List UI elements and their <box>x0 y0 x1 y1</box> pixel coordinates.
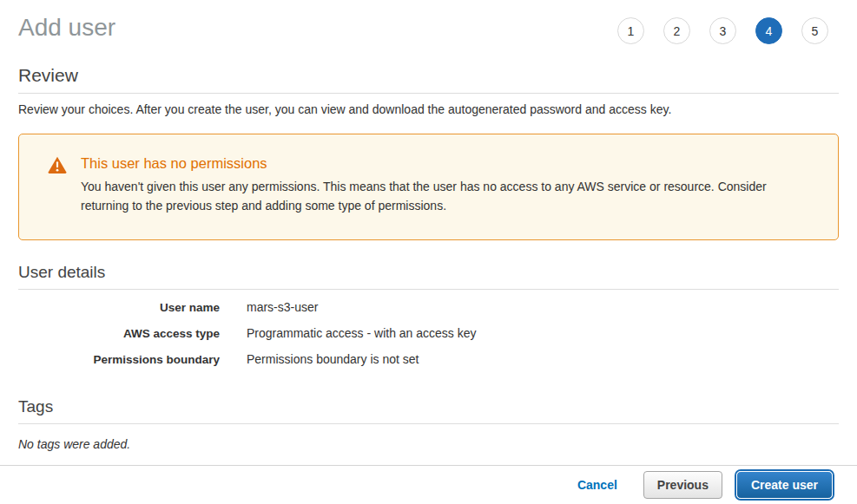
warning-body: You haven't given this user any permissi… <box>81 178 812 215</box>
user-details-section: User details User name mars-s3-user AWS … <box>0 263 857 378</box>
warning-text: This user has no permissions You haven't… <box>81 155 812 215</box>
step-4-label: 4 <box>766 24 773 38</box>
user-details-rows: User name mars-s3-user AWS access type P… <box>18 300 839 378</box>
user-name-value: mars-s3-user <box>247 300 318 314</box>
page-title: Add user <box>18 12 115 43</box>
tags-heading: Tags <box>18 397 839 416</box>
review-description: Review your choices. After you create th… <box>18 102 839 116</box>
step-1-label: 1 <box>628 24 635 38</box>
cancel-button[interactable]: Cancel <box>577 478 617 492</box>
step-4-current: 4 <box>755 17 782 44</box>
step-3-label: 3 <box>720 24 727 38</box>
user-details-heading: User details <box>18 263 839 282</box>
tags-empty-message: No tags were added. <box>18 437 839 451</box>
step-5: 5 <box>801 17 828 44</box>
step-2-label: 2 <box>674 24 681 38</box>
table-row: Permissions boundary Permissions boundar… <box>18 352 839 378</box>
warning-title: This user has no permissions <box>81 155 812 172</box>
review-heading: Review <box>18 65 839 86</box>
divider <box>18 289 839 290</box>
table-row: AWS access type Programmatic access - wi… <box>18 326 839 352</box>
access-type-value: Programmatic access - with an access key <box>247 326 477 340</box>
access-type-label: AWS access type <box>18 327 220 340</box>
previous-button[interactable]: Previous <box>643 471 722 499</box>
step-2: 2 <box>663 17 690 44</box>
permissions-boundary-label: Permissions boundary <box>18 353 220 366</box>
divider <box>18 93 839 94</box>
tags-section: Tags No tags were added. <box>0 397 857 451</box>
create-user-button[interactable]: Create user <box>736 471 833 499</box>
divider <box>18 423 839 424</box>
permissions-boundary-value: Permissions boundary is not set <box>247 352 419 366</box>
no-permissions-warning-banner: This user has no permissions You haven't… <box>18 134 839 240</box>
table-row: User name mars-s3-user <box>18 300 839 326</box>
step-5-label: 5 <box>812 24 819 38</box>
step-indicator: 1 2 3 4 5 <box>617 17 828 44</box>
step-1: 1 <box>617 17 644 44</box>
review-section: Review Review your choices. After you cr… <box>0 65 857 116</box>
step-3: 3 <box>709 17 736 44</box>
wizard-footer: Cancel Previous Create user <box>0 465 857 504</box>
wizard-header: Add user 1 2 3 4 5 <box>0 0 857 44</box>
warning-icon <box>48 156 67 176</box>
user-name-label: User name <box>18 301 220 314</box>
